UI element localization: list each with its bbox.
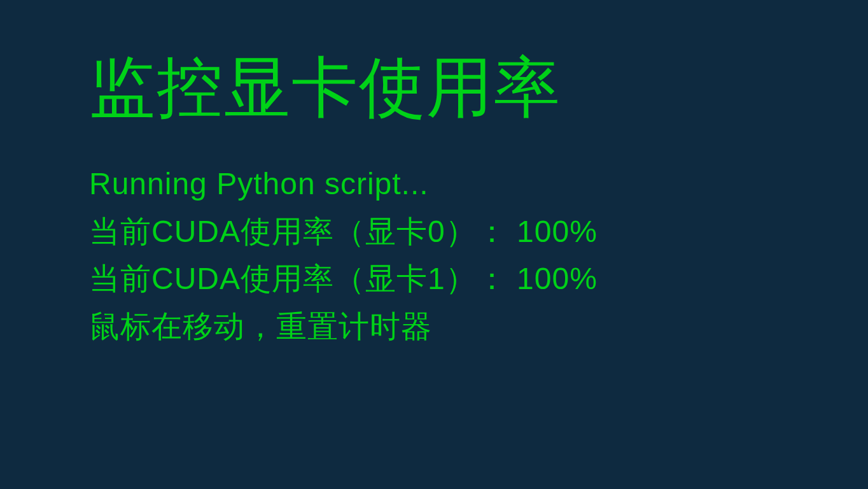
terminal-output: 监控显卡使用率 Running Python script... 当前CUDA使… xyxy=(0,0,868,489)
page-title: 监控显卡使用率 xyxy=(89,51,779,124)
status-line-gpu0: 当前CUDA使用率（显卡0）： 100% xyxy=(89,208,779,255)
status-line-running: Running Python script... xyxy=(89,160,779,208)
status-line-gpu1: 当前CUDA使用率（显卡1）： 100% xyxy=(89,255,779,302)
status-line-mouse: 鼠标在移动，重置计时器 xyxy=(89,303,779,350)
